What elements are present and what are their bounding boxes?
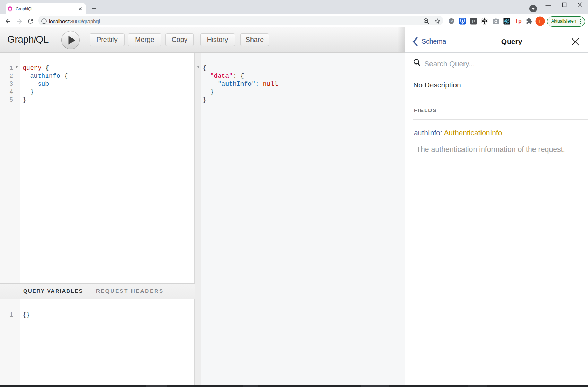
svg-text:P: P <box>472 19 475 24</box>
svg-text:UO: UO <box>450 20 453 23</box>
svg-text:L: L <box>539 18 542 24</box>
